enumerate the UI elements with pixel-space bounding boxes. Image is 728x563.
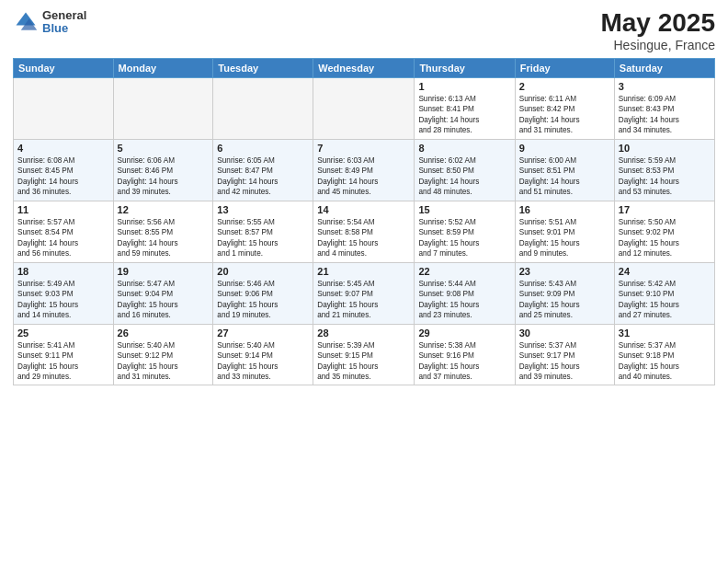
day-number: 22 — [418, 266, 510, 277]
week-row-1: 1Sunrise: 6:13 AM Sunset: 8:41 PM Daylig… — [14, 77, 715, 139]
title-block: May 2025 Hesingue, France — [600, 9, 715, 52]
calendar-cell: 21Sunrise: 5:45 AM Sunset: 9:07 PM Dayli… — [313, 262, 415, 324]
day-number: 5 — [118, 143, 210, 154]
day-number: 21 — [317, 266, 410, 277]
day-number: 13 — [217, 204, 309, 215]
cell-content: Sunrise: 5:42 AM Sunset: 9:10 PM Dayligh… — [619, 279, 711, 321]
cell-content: Sunrise: 5:40 AM Sunset: 9:12 PM Dayligh… — [118, 340, 210, 383]
cell-content: Sunrise: 6:00 AM Sunset: 8:51 PM Dayligh… — [519, 155, 610, 198]
calendar-cell: 8Sunrise: 6:02 AM Sunset: 8:50 PM Daylig… — [415, 139, 515, 201]
day-number: 14 — [317, 204, 410, 215]
day-header-wednesday: Wednesday — [313, 58, 415, 77]
calendar-cell: 12Sunrise: 5:56 AM Sunset: 8:55 PM Dayli… — [113, 201, 213, 262]
calendar-cell: 20Sunrise: 5:46 AM Sunset: 9:06 PM Dayli… — [213, 262, 313, 324]
cell-content: Sunrise: 5:49 AM Sunset: 9:03 PM Dayligh… — [17, 279, 109, 321]
day-number: 31 — [619, 327, 711, 339]
day-number: 3 — [619, 81, 711, 92]
calendar-cell: 31Sunrise: 5:37 AM Sunset: 9:18 PM Dayli… — [614, 324, 714, 385]
cell-content: Sunrise: 6:09 AM Sunset: 8:43 PM Dayligh… — [619, 94, 711, 136]
day-number: 9 — [519, 143, 610, 154]
calendar-cell: 10Sunrise: 5:59 AM Sunset: 8:53 PM Dayli… — [614, 139, 714, 201]
cell-content: Sunrise: 5:55 AM Sunset: 8:57 PM Dayligh… — [217, 217, 309, 259]
day-header-saturday: Saturday — [614, 58, 714, 77]
day-header-monday: Monday — [113, 58, 213, 77]
day-number: 7 — [317, 143, 410, 154]
day-number: 20 — [217, 266, 309, 277]
week-row-2: 4Sunrise: 6:08 AM Sunset: 8:45 PM Daylig… — [14, 139, 715, 201]
cell-content: Sunrise: 5:54 AM Sunset: 8:58 PM Dayligh… — [317, 217, 410, 259]
day-number: 2 — [519, 81, 610, 92]
cell-content: Sunrise: 5:57 AM Sunset: 8:54 PM Dayligh… — [17, 217, 109, 259]
cell-content: Sunrise: 5:47 AM Sunset: 9:04 PM Dayligh… — [118, 279, 210, 321]
calendar-cell: 14Sunrise: 5:54 AM Sunset: 8:58 PM Dayli… — [313, 201, 415, 262]
calendar-cell: 27Sunrise: 5:40 AM Sunset: 9:14 PM Dayli… — [213, 324, 313, 385]
cell-content: Sunrise: 5:46 AM Sunset: 9:06 PM Dayligh… — [217, 279, 309, 321]
main-title: May 2025 — [600, 9, 715, 38]
day-number: 25 — [17, 327, 109, 339]
day-number: 29 — [418, 327, 510, 339]
calendar-cell: 3Sunrise: 6:09 AM Sunset: 8:43 PM Daylig… — [614, 77, 714, 139]
day-header-tuesday: Tuesday — [213, 58, 313, 77]
day-header-friday: Friday — [515, 58, 614, 77]
calendar-cell: 30Sunrise: 5:37 AM Sunset: 9:17 PM Dayli… — [515, 324, 614, 385]
cell-content: Sunrise: 6:05 AM Sunset: 8:47 PM Dayligh… — [217, 155, 309, 198]
calendar-cell — [14, 77, 114, 139]
calendar-cell: 1Sunrise: 6:13 AM Sunset: 8:41 PM Daylig… — [415, 77, 515, 139]
day-number: 23 — [519, 266, 610, 277]
cell-content: Sunrise: 6:11 AM Sunset: 8:42 PM Dayligh… — [519, 94, 610, 136]
day-number: 19 — [118, 266, 210, 277]
cell-content: Sunrise: 6:08 AM Sunset: 8:45 PM Dayligh… — [17, 155, 109, 198]
week-row-4: 18Sunrise: 5:49 AM Sunset: 9:03 PM Dayli… — [14, 262, 715, 324]
calendar-cell: 13Sunrise: 5:55 AM Sunset: 8:57 PM Dayli… — [213, 201, 313, 262]
logo-blue: Blue — [42, 22, 86, 35]
cell-content: Sunrise: 6:06 AM Sunset: 8:46 PM Dayligh… — [118, 155, 210, 198]
logo-general: General — [42, 9, 86, 22]
calendar-header-row: SundayMondayTuesdayWednesdayThursdayFrid… — [14, 58, 715, 77]
calendar-cell: 26Sunrise: 5:40 AM Sunset: 9:12 PM Dayli… — [113, 324, 213, 385]
cell-content: Sunrise: 5:41 AM Sunset: 9:11 PM Dayligh… — [17, 340, 109, 383]
cell-content: Sunrise: 5:40 AM Sunset: 9:14 PM Dayligh… — [217, 340, 309, 383]
day-number: 8 — [418, 143, 510, 154]
cell-content: Sunrise: 6:13 AM Sunset: 8:41 PM Dayligh… — [418, 94, 510, 136]
day-header-thursday: Thursday — [415, 58, 515, 77]
calendar-cell: 4Sunrise: 6:08 AM Sunset: 8:45 PM Daylig… — [14, 139, 114, 201]
day-number: 16 — [519, 204, 610, 215]
day-number: 6 — [217, 143, 309, 154]
day-number: 24 — [619, 266, 711, 277]
week-row-5: 25Sunrise: 5:41 AM Sunset: 9:11 PM Dayli… — [14, 324, 715, 385]
header: General Blue May 2025 Hesingue, France — [13, 9, 715, 52]
cell-content: Sunrise: 5:50 AM Sunset: 9:02 PM Dayligh… — [619, 217, 711, 259]
calendar-cell: 15Sunrise: 5:52 AM Sunset: 8:59 PM Dayli… — [415, 201, 515, 262]
day-number: 30 — [519, 327, 610, 339]
page: General Blue May 2025 Hesingue, France S… — [0, 0, 728, 563]
calendar-cell — [313, 77, 415, 139]
day-number: 17 — [619, 204, 711, 215]
calendar-cell: 29Sunrise: 5:38 AM Sunset: 9:16 PM Dayli… — [415, 324, 515, 385]
cell-content: Sunrise: 6:02 AM Sunset: 8:50 PM Dayligh… — [418, 155, 510, 198]
day-number: 12 — [118, 204, 210, 215]
calendar-cell — [213, 77, 313, 139]
cell-content: Sunrise: 5:59 AM Sunset: 8:53 PM Dayligh… — [619, 155, 711, 198]
calendar-cell: 25Sunrise: 5:41 AM Sunset: 9:11 PM Dayli… — [14, 324, 114, 385]
calendar-cell: 16Sunrise: 5:51 AM Sunset: 9:01 PM Dayli… — [515, 201, 614, 262]
calendar-cell: 5Sunrise: 6:06 AM Sunset: 8:46 PM Daylig… — [113, 139, 213, 201]
calendar-cell: 18Sunrise: 5:49 AM Sunset: 9:03 PM Dayli… — [14, 262, 114, 324]
cell-content: Sunrise: 5:56 AM Sunset: 8:55 PM Dayligh… — [118, 217, 210, 259]
logo-text: General Blue — [42, 9, 86, 36]
calendar-cell: 22Sunrise: 5:44 AM Sunset: 9:08 PM Dayli… — [415, 262, 515, 324]
cell-content: Sunrise: 5:38 AM Sunset: 9:16 PM Dayligh… — [418, 340, 510, 383]
calendar-cell: 2Sunrise: 6:11 AM Sunset: 8:42 PM Daylig… — [515, 77, 614, 139]
day-number: 15 — [418, 204, 510, 215]
day-number: 10 — [619, 143, 711, 154]
day-number: 28 — [317, 327, 410, 339]
cell-content: Sunrise: 5:44 AM Sunset: 9:08 PM Dayligh… — [418, 279, 510, 321]
cell-content: Sunrise: 5:37 AM Sunset: 9:18 PM Dayligh… — [619, 340, 711, 383]
sub-title: Hesingue, France — [600, 38, 715, 52]
day-number: 11 — [17, 204, 109, 215]
calendar-cell: 11Sunrise: 5:57 AM Sunset: 8:54 PM Dayli… — [14, 201, 114, 262]
cell-content: Sunrise: 5:43 AM Sunset: 9:09 PM Dayligh… — [519, 279, 610, 321]
day-number: 4 — [17, 143, 109, 154]
day-number: 1 — [418, 81, 510, 92]
cell-content: Sunrise: 5:51 AM Sunset: 9:01 PM Dayligh… — [519, 217, 610, 259]
calendar-cell: 28Sunrise: 5:39 AM Sunset: 9:15 PM Dayli… — [313, 324, 415, 385]
